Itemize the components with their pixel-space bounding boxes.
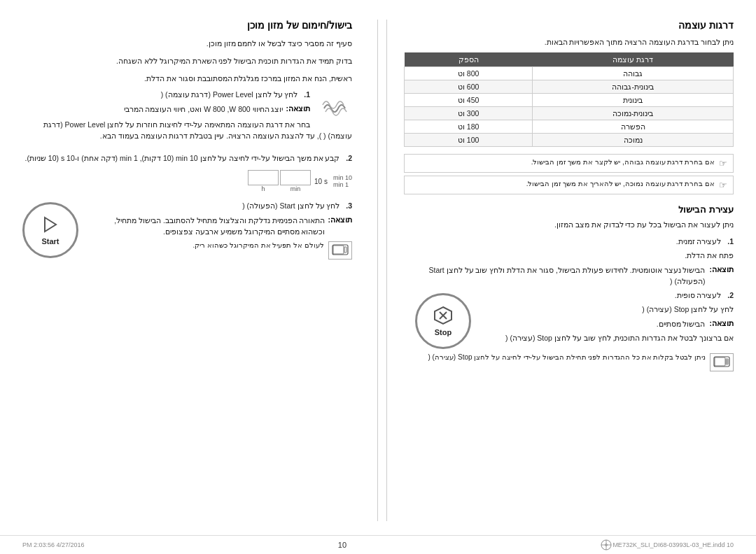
note-low-power-text: אם בחרת דרגת עוצמה נמוכה, יש להאריך את מ… [526,180,715,187]
right-microwave-icon [328,241,352,260]
page-footer: ME732K_SLI_DI68-03993L-03_HE.indd 10 10 … [0,535,756,554]
stop-step-2-number: 2. [727,291,734,299]
table-row: הפשרה180 וט [405,120,734,133]
right-step-1-note2: בחר את דרגת העוצמה המתאימה על-ידי לחיצות… [22,120,352,142]
right-step-1-main: לחץ על לחצן Power Level (דרגת עוצמה) ( [161,90,298,99]
table-cell-watt: 800 וט [405,66,533,80]
svg-rect-8 [715,357,725,366]
right-step-3-result: תוצאה: התאורה הפנימית נדלקת והצלצול מתחי… [90,215,352,238]
stop-icon-graphic [433,305,454,326]
right-step-3-result-label: תוצאה: [328,215,353,224]
main-content: דרגות עוצמה ניתן לבחור בדרגת העוצמה הרצו… [0,0,756,535]
timer-val1: 10 min [333,174,352,181]
stop-step-1: 1. לעצירה זמנית. [404,236,734,248]
power-levels-intro: ניתן לבחור בדרגת העוצמה הרצויה מתוך האפש… [404,36,734,48]
power-levels-section: דרגות עוצמה ניתן לבחור בדרגת העוצמה הרצו… [404,20,734,194]
table-cell-power-level: בינונית [533,93,734,106]
timer-val2: 1 min [333,181,352,188]
right-step-1-block: 1. לחץ על לחצן Power Level (דרגת עוצמה) … [22,90,352,145]
right-step-3-note: לעולם אל תפעיל את המיקרוגל כשהוא ריק. [90,241,352,260]
timer-s-label: 10 s [314,178,328,185]
table-cell-watt: 180 וט [405,120,533,133]
right-step-3-result-text: התאורה הפנימית נדלקת והצלצול מתחיל להסתו… [90,215,326,238]
stop-step-1-result-text: הבישול נעצר אוטומטית. לחידוש פעולת הבישו… [404,265,706,287]
table-cell-power-level: גבוהה [533,66,734,80]
footer-date: 4/27/2016 2:03:56 PM [22,541,85,548]
table-cell-power-level: בינונית-נמוכה [533,106,734,120]
right-step-2-text: 2. קבע את משך הבישול על-ידי לחיצה על לחצ… [22,153,352,164]
timer-labels: 10 min 1 min [333,174,352,188]
stop-step-2-result-label: תוצאה: [710,319,734,327]
stop-bottom-note-text: ניתן לבטל בקלות את כל ההגדרות לפני תחילת… [428,353,706,361]
stop-step-2-result-text: הבישול מסתיים. [657,319,706,330]
right-step-1-result-label: תוצאה: [286,104,311,113]
right-intro-2: בדוק תמיד את הגדרות תוכנית הבישול לפני ה… [22,55,352,67]
note-high-power-text: אם בחרת דרגת עוצמה גבוהה, יש לקצר את משך… [531,158,715,166]
right-step-1-result: תוצאה: יוצג החיווי W 800 ,W 800 ואט, חיו… [22,104,310,115]
right-step-1-number: 1. [304,90,310,99]
table-row: גבוהה800 וט [405,66,734,80]
right-step-3-text: 3. לחץ על לחצן Start (הפעולה) ( [22,201,352,212]
table-cell-power-level: בינונית-גבוהה [533,80,734,93]
svg-rect-16 [344,247,346,253]
power-levels-title: דרגות עוצמה [404,20,734,31]
note-high-power: ☞ אם בחרת דרגת עוצמה גבוהה, יש לקצר את מ… [404,154,734,173]
stop-button-visual: Stop [415,293,471,349]
table-cell-watt: 450 וט [405,93,533,106]
note-icon-2: ☞ [719,180,727,190]
stop-step-1-text: פתח את הדלת. [404,250,734,262]
footer-compass-icon [600,539,612,551]
stop-step-2-container: Stop 2. לעצירה סופית. לחץ על לחצן Stop (… [404,290,734,349]
note-low-power: ☞ אם בחרת דרגת עוצמה נמוכה, יש להאריך את… [404,176,734,194]
timer-min-label: min [290,185,301,192]
stop-bottom-note: ניתן לבטל בקלות את כל ההגדרות לפני תחילת… [404,353,734,371]
table-row: בינונית450 וט [405,93,734,106]
start-button-label: Start [41,237,59,246]
right-section-title: בישול/חימום של מזון מוכן [22,20,352,31]
table-cell-power-level: נמוכה [533,133,734,146]
table-cell-watt: 300 וט [405,106,533,120]
right-step-1-text: 1. לחץ על לחצן Power Level (דרגת עוצמה) … [22,90,352,101]
svg-rect-14 [332,245,348,255]
svg-marker-13 [45,218,56,232]
svg-rect-15 [333,246,344,254]
table-row: נמוכה100 וט [405,133,734,146]
stop-step-1-title: לעצירה זמנית. [676,237,722,246]
table-cell-watt: 100 וט [405,133,533,146]
stop-button-label: Stop [435,328,451,336]
right-step-2-block: 2. קבע את משך הבישול על-ידי לחיצה על לחצ… [22,153,352,192]
stop-step-1-result: תוצאה: הבישול נעצר אוטומטית. לחידוש פעול… [404,265,734,287]
table-header-watt: הספק [405,52,533,67]
stop-section-intro: ניתן לעצור את הבישול בכל עת כדי לבדוק את… [404,219,734,231]
stop-section-title: עצירת הבישול [404,204,734,215]
table-cell-watt: 600 וט [405,80,533,93]
table-row: בינונית-גבוהה600 וט [405,80,734,93]
power-table: דרגת עוצמה הספק גבוהה800 וטבינונית-גבוהה… [404,52,734,147]
timer-h-block: h [248,170,279,192]
table-header-power: דרגת עוצמה [533,52,734,67]
page-number: 10 [85,541,601,549]
wave-icon-container [317,91,352,129]
table-row: בינונית-נמוכה300 וט [405,106,734,120]
timer-h-box [248,170,279,185]
stop-step-1-number: 1. [727,237,734,246]
start-button-visual: Start [22,202,78,258]
right-step-1-result-text: יוצג החיווי W 800 ,W 800 ואט, חיווי העוצ… [124,104,284,115]
stop-step-1-result-label: תוצאה: [710,265,734,274]
table-cell-power-level: הפשרה [533,120,734,133]
right-step-2-number: 2. [346,154,352,162]
start-icon-graphic [41,215,60,234]
stop-step-2-result: תוצאה: הבישול מסתיים. [471,319,734,330]
right-step-2-main: קבע את משך הבישול על-ידי לחיצה על לחצן 1… [24,154,340,162]
timer-min-block: min [280,170,311,192]
right-step-3-main: לחץ על לחצן Start (הפעולה) ( [242,201,340,210]
timer-min-box [280,170,311,185]
wave-icon [317,91,352,126]
right-intro-1: סעיף זה מסביר כיצד לבשל או לחמם מזון מוכ… [22,38,352,50]
right-step-3-block: Start 3. לחץ על לחצן Start (הפעולה) ( תו… [22,201,352,260]
stop-cooking-section: עצירת הבישול ניתן לעצור את הבישול בכל עת… [404,204,734,371]
stop-step-2-title: לעצירה סופית. [675,291,722,299]
right-step-3-number: 3. [346,201,352,210]
right-step-3-note-text: לעולם אל תפעיל את המיקרוגל כשהוא ריק. [193,241,324,249]
right-intro-3: ראשית, הנח את המזון במרכז מגלגלת המסתובב… [22,73,352,85]
